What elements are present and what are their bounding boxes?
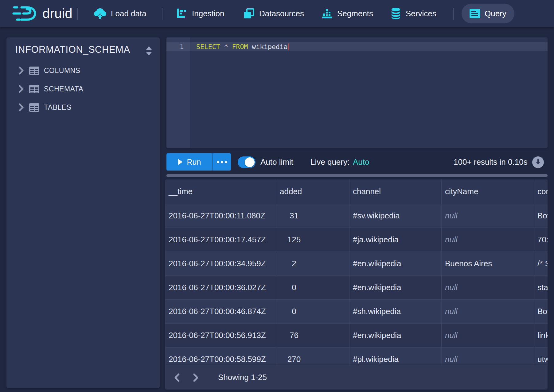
sidebar-item-schemata[interactable]: SCHEMATA (6, 81, 160, 97)
more-icon (225, 161, 227, 163)
run-split-button: Run (166, 153, 231, 171)
nav-item-label: Load data (111, 9, 146, 18)
nav-item-label: Datasources (259, 9, 304, 18)
sql-editor[interactable]: 1 SELECT * FROM wikipedia (166, 37, 548, 148)
query-results-panel: __time added channel cityName comment 20… (165, 179, 548, 390)
table-icon (29, 67, 39, 75)
nav-item-label: Ingestion (192, 9, 224, 18)
query-console-icon (470, 9, 480, 18)
cell-channel: #ja.wikipedia (349, 228, 442, 252)
cell-cityname: null (442, 204, 534, 228)
nav-item-query-active[interactable]: Query (462, 4, 514, 23)
live-query-label: Live query: (310, 157, 349, 167)
sidebar-item-columns[interactable]: COLUMNS (6, 63, 160, 79)
showing-range-label: Showing 1-25 (218, 373, 267, 382)
table-row[interactable]: 2016-06-27T00:00:36.027Z 0 #en.wikipedia… (165, 276, 548, 300)
table-header-row: __time added channel cityName comment (165, 179, 548, 204)
cell-cityname: null (442, 300, 534, 324)
chevron-right-icon (18, 85, 24, 93)
table-row[interactable]: 2016-06-27T00:00:46.874Z 0 #sh.wikipedia… (165, 300, 548, 324)
next-page-button[interactable] (190, 370, 202, 385)
column-header-channel[interactable]: channel (349, 179, 442, 204)
cell-cityname: null (442, 228, 534, 252)
cell-comment: stat (534, 276, 548, 300)
prev-page-button[interactable] (171, 370, 183, 385)
nav-item-datasources[interactable]: Datasources (244, 0, 304, 27)
cell-added: 76 (276, 324, 349, 348)
sql-star: * (224, 43, 228, 51)
run-more-button[interactable] (213, 153, 231, 171)
cell-comment: link (534, 324, 548, 348)
sql-query-text[interactable]: SELECT * FROM wikipedia (196, 42, 289, 51)
toggle-knob (245, 157, 255, 167)
sql-keyword: FROM (232, 43, 248, 51)
column-header-time[interactable]: __time (165, 179, 276, 204)
nav-divider (77, 8, 78, 20)
cell-comment: Bot (534, 300, 548, 324)
nav-divider (453, 8, 454, 20)
druid-logo[interactable]: druid (12, 0, 72, 27)
cell-time: 2016-06-27T00:00:56.913Z (165, 324, 276, 348)
double-caret-vertical-icon[interactable] (145, 45, 153, 56)
sidebar-item-tables[interactable]: TABLES (6, 99, 160, 115)
cell-added: 2 (276, 252, 349, 276)
live-query-value[interactable]: Auto (353, 157, 369, 167)
cell-added: 31 (276, 204, 349, 228)
chevron-right-icon (193, 373, 199, 382)
table-row[interactable]: 2016-06-27T00:00:11.080Z 31 #sv.wikipedi… (165, 204, 548, 228)
cell-channel: #en.wikipedia (349, 324, 442, 348)
run-button[interactable]: Run (166, 153, 212, 171)
top-nav-bar: druid Load data Ingestion (0, 0, 554, 27)
column-header-comment[interactable]: comment (534, 179, 548, 204)
cloud-upload-icon (94, 8, 106, 19)
results-table: __time added channel cityName comment 20… (165, 179, 548, 371)
nav-item-load-data[interactable]: Load data (94, 0, 146, 27)
more-icon (217, 161, 219, 163)
cell-time: 2016-06-27T00:00:34.959Z (165, 252, 276, 276)
cell-added: 0 (276, 276, 349, 300)
nav-item-segments[interactable]: Segments (322, 0, 373, 27)
sidebar-item-label: TABLES (44, 103, 72, 112)
table-icon (29, 85, 39, 93)
more-icon (221, 161, 223, 163)
table-row[interactable]: 2016-06-27T00:00:34.959Z 2 #en.wikipedia… (165, 252, 548, 276)
line-number: 1 (166, 42, 184, 51)
schema-sidebar: INFORMATION_SCHEMA COLUMNS (6, 37, 160, 388)
druid-logo-text: druid (42, 6, 72, 21)
table-row[interactable]: 2016-06-27T00:00:17.457Z 125 #ja.wikiped… (165, 228, 548, 252)
run-button-label: Run (187, 158, 201, 167)
chevron-right-icon (18, 67, 24, 75)
results-info-text: 100+ results in 0.10s (454, 157, 529, 167)
schema-selector[interactable]: INFORMATION_SCHEMA (15, 44, 130, 55)
cell-cityname: Buenos Aires (442, 252, 534, 276)
datasources-icon (244, 8, 255, 19)
column-header-cityname[interactable]: cityName (442, 179, 534, 204)
cell-time: 2016-06-27T00:00:17.457Z (165, 228, 276, 252)
horizontal-scrollbar[interactable] (166, 174, 548, 177)
sql-keyword: SELECT (196, 43, 220, 51)
cell-channel: #sv.wikipedia (349, 204, 442, 228)
nav-item-label: Services (406, 9, 436, 18)
nav-item-label: Query (485, 9, 506, 18)
cell-channel: #sh.wikipedia (349, 300, 442, 324)
pagination-footer: Showing 1-25 (165, 365, 548, 390)
nav-item-ingestion[interactable]: Ingestion (176, 0, 224, 27)
services-icon (391, 7, 401, 20)
cell-channel: #en.wikipedia (349, 276, 442, 300)
editor-gutter (166, 37, 190, 148)
download-icon[interactable] (532, 156, 544, 168)
column-header-added[interactable]: added (276, 179, 349, 204)
cell-cityname: null (442, 276, 534, 300)
cell-comment: /* S (534, 252, 548, 276)
table-row[interactable]: 2016-06-27T00:00:56.913Z 76 #en.wikipedi… (165, 324, 548, 348)
text-cursor (288, 43, 289, 50)
play-icon (178, 159, 183, 165)
auto-limit-toggle[interactable] (238, 156, 256, 168)
chevron-left-icon (174, 373, 180, 382)
cell-time: 2016-06-27T00:00:36.027Z (165, 276, 276, 300)
sql-table-name: wikipedia (252, 43, 288, 51)
nav-item-label: Segments (337, 9, 373, 18)
nav-item-services[interactable]: Services (391, 0, 436, 27)
sidebar-item-label: COLUMNS (44, 67, 80, 75)
cell-comment: Bot (534, 204, 548, 228)
